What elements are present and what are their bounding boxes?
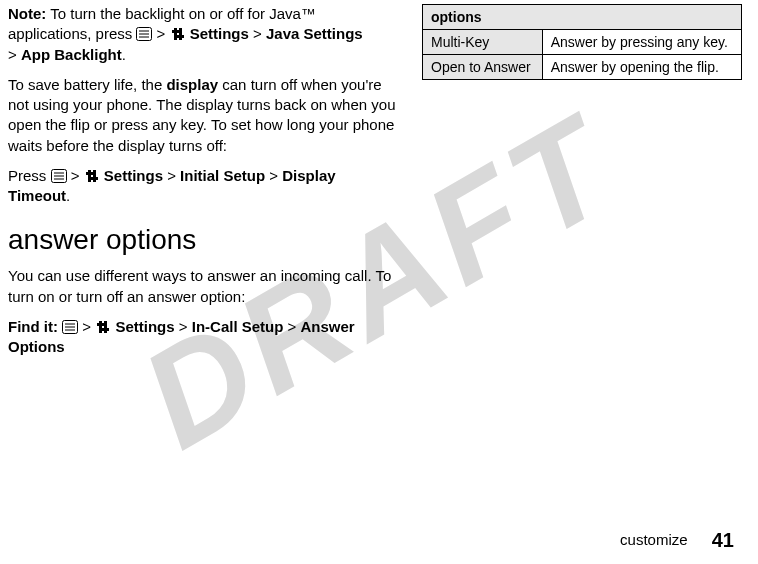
options-header: options bbox=[423, 5, 742, 30]
svg-rect-6 bbox=[172, 30, 179, 33]
gt-2: > bbox=[253, 25, 262, 42]
gt-6: > bbox=[269, 167, 278, 184]
options-table: options Multi-Key Answer by pressing any… bbox=[422, 4, 742, 80]
gt-9: > bbox=[288, 318, 297, 335]
row-desc-0: Answer by pressing any key. bbox=[542, 30, 741, 55]
svg-rect-13 bbox=[93, 170, 96, 182]
settings-icon-3 bbox=[95, 320, 111, 334]
gt-1: > bbox=[157, 25, 166, 42]
table-row: Multi-Key Answer by pressing any key. bbox=[423, 30, 742, 55]
menu-key-icon-3 bbox=[62, 320, 78, 334]
row-desc-1: Answer by opening the flip. bbox=[542, 55, 741, 80]
settings-2: Settings bbox=[104, 167, 163, 184]
gt-7: > bbox=[82, 318, 91, 335]
answer-intro: You can use different ways to answer an … bbox=[8, 266, 398, 307]
press-paragraph: Press > Settings > Initial Setup > Displ… bbox=[8, 166, 398, 207]
settings-icon-1 bbox=[170, 27, 186, 41]
svg-rect-12 bbox=[88, 170, 91, 182]
table-row: Open to Answer Answer by opening the fli… bbox=[423, 55, 742, 80]
svg-rect-23 bbox=[102, 328, 109, 331]
svg-rect-7 bbox=[177, 35, 184, 38]
svg-rect-5 bbox=[179, 28, 182, 40]
row-label-0: Multi-Key bbox=[423, 30, 543, 55]
table-header-row: options bbox=[423, 5, 742, 30]
left-column: Note: To turn the backlight on or off fo… bbox=[8, 4, 398, 564]
svg-rect-22 bbox=[97, 323, 104, 326]
note-paragraph: Note: To turn the backlight on or off fo… bbox=[8, 4, 398, 65]
svg-rect-14 bbox=[86, 172, 93, 175]
in-call-setup: In-Call Setup bbox=[192, 318, 284, 335]
gt-8: > bbox=[179, 318, 188, 335]
initial-setup: Initial Setup bbox=[180, 167, 265, 184]
page-content: Note: To turn the backlight on or off fo… bbox=[0, 0, 758, 564]
gt-4: > bbox=[71, 167, 80, 184]
settings-1: Settings bbox=[190, 25, 249, 42]
right-column: options Multi-Key Answer by pressing any… bbox=[422, 4, 750, 564]
svg-rect-20 bbox=[99, 321, 102, 333]
gt-5: > bbox=[167, 167, 176, 184]
display-word: display bbox=[166, 76, 218, 93]
svg-rect-4 bbox=[174, 28, 177, 40]
menu-key-icon-2 bbox=[51, 169, 67, 183]
note-label: Note: bbox=[8, 5, 46, 22]
app-backlight: App Backlight bbox=[21, 46, 122, 63]
settings-icon-2 bbox=[84, 169, 100, 183]
svg-rect-21 bbox=[104, 321, 107, 333]
java-settings: Java Settings bbox=[266, 25, 363, 42]
settings-3: Settings bbox=[115, 318, 174, 335]
display-intro: To save battery life, the bbox=[8, 76, 166, 93]
press-label: Press bbox=[8, 167, 51, 184]
svg-rect-15 bbox=[91, 177, 98, 180]
display-paragraph: To save battery life, the display can tu… bbox=[8, 75, 398, 156]
row-label-1: Open to Answer bbox=[423, 55, 543, 80]
find-it-label: Find it: bbox=[8, 318, 58, 335]
menu-key-icon bbox=[136, 27, 152, 41]
answer-options-heading: answer options bbox=[8, 224, 398, 256]
gt-3: > bbox=[8, 46, 17, 63]
find-it-paragraph: Find it: > Settings > In-Call Setup > An… bbox=[8, 317, 398, 358]
